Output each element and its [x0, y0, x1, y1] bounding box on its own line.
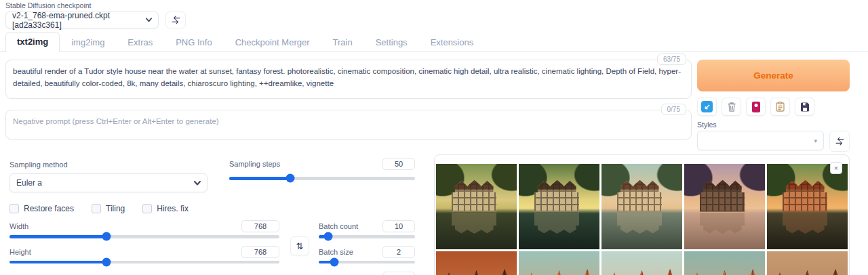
gallery-image-8[interactable] — [601, 251, 682, 275]
sampling-method-dropdown[interactable]: Euler a — [9, 173, 208, 192]
hires-fix-checkbox[interactable]: Hires. fix — [142, 204, 189, 213]
checkpoint-refresh-button[interactable] — [165, 12, 186, 28]
tab-txt2img[interactable]: txt2img — [5, 32, 60, 52]
checkpoint-value: v2-1_768-ema-pruned.ckpt [ad2a33c361] — [12, 11, 146, 30]
caret-down-icon: ▾ — [814, 138, 817, 144]
batch-count-input[interactable]: 10 — [382, 220, 415, 232]
sampling-steps-group: Sampling steps 50 — [229, 158, 415, 192]
main-tabbar: txt2img img2img Extras PNG Info Checkpoi… — [0, 33, 868, 52]
batch-column: Batch count 10 Batch size 2 — [319, 220, 415, 263]
prompt-token-counter: 63/75 — [657, 54, 686, 65]
tab-extras[interactable]: Extras — [116, 33, 164, 52]
swap-vertical-icon: ⇅ — [296, 241, 304, 251]
tab-png-info[interactable]: PNG Info — [164, 33, 223, 52]
styles-label: Styles — [697, 121, 850, 129]
sampling-steps-label: Sampling steps — [229, 160, 280, 168]
sampling-method-label: Sampling method — [9, 161, 68, 169]
paste-params-button[interactable]: ↙ — [697, 98, 717, 116]
tab-img2img[interactable]: img2img — [60, 33, 116, 52]
batch-size-group: Batch size 2 — [319, 246, 415, 264]
width-slider[interactable] — [9, 235, 279, 238]
checkpoint-label: Stable Diffusion checkpoint — [5, 1, 186, 9]
card-icon — [752, 102, 760, 112]
tab-train[interactable]: Train — [321, 33, 364, 52]
close-icon: × — [834, 165, 838, 172]
generate-button[interactable]: Generate — [697, 60, 850, 91]
tab-checkpoint-merger[interactable]: Checkpoint Merger — [224, 33, 321, 52]
height-group: Height 768 — [9, 246, 279, 264]
height-input[interactable]: 768 — [241, 246, 279, 258]
gallery-grid — [435, 155, 849, 275]
sampling-steps-slider[interactable] — [229, 177, 415, 180]
sampling-steps-input[interactable]: 50 — [382, 158, 415, 170]
water-reflection — [452, 213, 497, 235]
save-style-button[interactable] — [795, 98, 814, 116]
gallery-image-3[interactable] — [601, 164, 682, 249]
styles-area: Styles ▾ — [697, 121, 850, 152]
dimensions-column: Width 768 Height 768 — [9, 220, 279, 263]
negative-token-counter: 0/75 — [661, 104, 686, 115]
gallery-image-10[interactable] — [767, 251, 848, 275]
checkbox-box[interactable] — [92, 204, 101, 213]
refresh-icon — [835, 137, 845, 146]
gallery-image-5[interactable] — [767, 164, 848, 249]
restore-faces-checkbox[interactable]: Restore faces — [9, 204, 74, 213]
gallery-image-7[interactable] — [519, 251, 599, 275]
batch-count-group: Batch count 10 — [319, 220, 415, 238]
chevron-down-icon — [194, 181, 201, 186]
batch-size-input[interactable]: 2 — [382, 246, 415, 258]
gallery-image-4[interactable] — [684, 164, 765, 249]
width-input[interactable]: 768 — [241, 220, 279, 232]
slider-fill — [229, 177, 290, 180]
water-reflection — [783, 213, 828, 235]
batch-size-label: Batch size — [319, 248, 353, 256]
slider-handle[interactable] — [324, 232, 333, 241]
extra-networks-button[interactable] — [746, 98, 766, 116]
tab-extensions[interactable]: Extensions — [419, 33, 486, 52]
gallery-image-9[interactable] — [684, 251, 765, 275]
styles-refresh-button[interactable] — [829, 131, 850, 152]
width-group: Width 768 — [9, 220, 279, 238]
batch-count-slider[interactable] — [319, 235, 415, 238]
arrow-down-left-icon: ↙ — [701, 101, 713, 112]
sampling-method-group: Sampling method Euler a — [9, 158, 208, 192]
generate-column: Generate ↙ Styles ▾ — [697, 60, 850, 152]
clear-prompt-button[interactable] — [722, 98, 741, 116]
water-reflection — [700, 213, 745, 235]
prompt-input[interactable]: beautiful render of a Tudor style house … — [5, 60, 692, 99]
cfg-scale-input[interactable]: 7.5 — [382, 272, 415, 275]
tiling-checkbox[interactable]: Tiling — [92, 204, 125, 213]
slider-handle[interactable] — [102, 257, 111, 266]
slider-handle[interactable] — [102, 232, 111, 241]
negative-prompt-input[interactable] — [5, 110, 692, 140]
batch-size-slider[interactable] — [319, 261, 415, 264]
swap-dimensions-button[interactable]: ⇅ — [290, 236, 309, 255]
checkbox-box[interactable] — [9, 204, 19, 213]
water-reflection — [534, 213, 580, 235]
height-label: Height — [9, 248, 31, 256]
checkpoint-dropdown[interactable]: v2-1_768-ema-pruned.ckpt [ad2a33c361] — [5, 12, 159, 28]
checkpoint-area: Stable Diffusion checkpoint v2-1_768-ema… — [5, 1, 186, 28]
chevron-down-icon — [146, 18, 152, 22]
gallery-image-6[interactable] — [436, 251, 517, 275]
prompt-column: 63/75 beautiful render of a Tudor style … — [5, 60, 692, 140]
gallery-image-1[interactable] — [436, 164, 517, 249]
apply-styles-button[interactable] — [770, 98, 790, 116]
hires-fix-label: Hires. fix — [157, 204, 189, 213]
generation-controls: Sampling method Euler a Sampling steps 5… — [5, 153, 415, 275]
tab-settings[interactable]: Settings — [364, 33, 419, 52]
gallery-close-button[interactable]: × — [830, 162, 842, 174]
refresh-icon — [171, 16, 181, 24]
sampling-method-value: Euler a — [16, 178, 42, 188]
height-slider[interactable] — [9, 261, 279, 264]
gallery-image-2[interactable] — [519, 164, 599, 249]
results-gallery: × — [434, 154, 850, 275]
styles-dropdown[interactable]: ▾ — [697, 131, 824, 150]
slider-handle[interactable] — [286, 174, 295, 183]
batch-count-label: Batch count — [319, 222, 358, 230]
trash-icon — [727, 102, 736, 112]
slider-handle[interactable] — [330, 257, 338, 266]
prompt-tools-row: ↙ — [697, 98, 850, 116]
checkbox-box[interactable] — [142, 204, 152, 213]
slider-fill — [9, 235, 106, 238]
